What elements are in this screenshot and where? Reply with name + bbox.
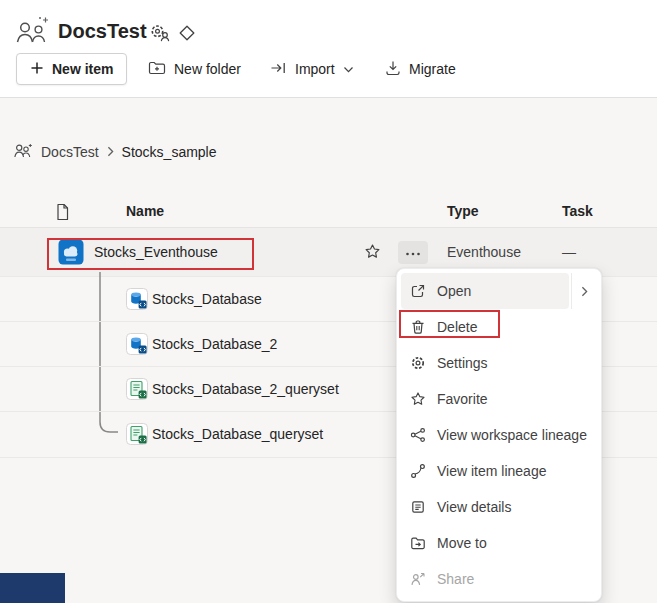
- move-to-folder-icon: [409, 534, 427, 552]
- submenu-chevron-button[interactable]: [571, 273, 597, 309]
- details-icon: [409, 498, 427, 516]
- item-type-column-icon: [55, 203, 70, 225]
- menu-item-move-to[interactable]: Move to: [401, 525, 597, 561]
- menu-item-label: View item lineage: [437, 463, 546, 479]
- trash-icon: [409, 318, 427, 336]
- favorite-star-button[interactable]: [364, 243, 381, 263]
- trial-diamond-icon[interactable]: [178, 24, 196, 46]
- column-header-task[interactable]: Task: [562, 203, 593, 219]
- eventhouse-icon: [58, 239, 84, 269]
- menu-item-delete[interactable]: Delete: [401, 309, 597, 345]
- bottom-left-partial-element: [0, 573, 65, 603]
- menu-item-label: Favorite: [437, 391, 488, 407]
- menu-item-settings[interactable]: Settings: [401, 345, 597, 381]
- menu-item-label: View workspace lineage: [437, 427, 587, 443]
- chevron-down-icon: [343, 61, 354, 77]
- menu-item-favorite[interactable]: Favorite: [401, 381, 597, 417]
- open-icon: [409, 282, 427, 300]
- breadcrumb: DocsTest Stocks_sample: [14, 141, 217, 163]
- star-icon: [409, 390, 427, 408]
- plus-icon: [30, 61, 44, 78]
- workspace-lineage-icon: [409, 426, 427, 444]
- breadcrumb-item-stocks-sample[interactable]: Stocks_sample: [122, 144, 217, 160]
- table-header: Name Type Task: [0, 196, 657, 228]
- context-menu: Open Delete Settings Favorite: [396, 268, 602, 602]
- item-name-link[interactable]: Stocks_Eventhouse: [94, 228, 218, 277]
- workspace-title: DocsTest: [58, 20, 147, 43]
- import-icon: [270, 60, 287, 79]
- chevron-right-icon: [106, 144, 115, 160]
- workspace-page: DocsTest New item New folder Import: [0, 0, 657, 603]
- gear-icon: [409, 354, 427, 372]
- new-folder-button[interactable]: New folder: [148, 53, 241, 85]
- share-icon: [409, 570, 427, 588]
- folder-add-icon: [148, 60, 166, 79]
- import-label: Import: [295, 61, 335, 77]
- new-item-label: New item: [52, 61, 113, 77]
- column-header-name[interactable]: Name: [126, 203, 164, 219]
- item-name-link[interactable]: Stocks_Database: [152, 277, 262, 322]
- item-name-link[interactable]: Stocks_Database_2_queryset: [152, 367, 339, 412]
- ellipsis-icon: [405, 245, 421, 260]
- new-folder-label: New folder: [174, 61, 241, 77]
- workspace-settings-icon[interactable]: [149, 23, 170, 46]
- menu-item-view-item-lineage[interactable]: View item lineage: [401, 453, 597, 489]
- breadcrumb-workspace-icon: [14, 143, 34, 161]
- kql-database-icon: [126, 333, 148, 359]
- menu-item-label: Open: [437, 283, 471, 299]
- migrate-label: Migrate: [409, 61, 456, 77]
- migrate-button[interactable]: Migrate: [385, 53, 456, 85]
- menu-item-label: Settings: [437, 355, 488, 371]
- column-header-type[interactable]: Type: [447, 203, 479, 219]
- more-options-button[interactable]: [398, 241, 428, 264]
- item-name-link[interactable]: Stocks_Database_2: [152, 322, 277, 367]
- kql-database-icon: [126, 288, 148, 314]
- migrate-icon: [385, 60, 401, 79]
- item-name-link[interactable]: Stocks_Database_queryset: [152, 412, 323, 457]
- menu-item-label: View details: [437, 499, 511, 515]
- menu-item-label: Share: [437, 571, 474, 587]
- kql-queryset-icon: [126, 378, 148, 404]
- kql-queryset-icon: [126, 423, 148, 449]
- menu-item-view-details[interactable]: View details: [401, 489, 597, 525]
- menu-item-share: Share: [401, 561, 597, 597]
- menu-item-open[interactable]: Open: [401, 273, 597, 309]
- new-item-button[interactable]: New item: [16, 53, 127, 85]
- breadcrumb-item-docstest[interactable]: DocsTest: [41, 144, 99, 160]
- item-lineage-icon: [409, 462, 427, 480]
- menu-item-view-workspace-lineage[interactable]: View workspace lineage: [401, 417, 597, 453]
- menu-item-label: Move to: [437, 535, 487, 551]
- workspace-logo-icon: [13, 15, 53, 49]
- menu-item-label: Delete: [437, 319, 477, 335]
- menu-item-open-main[interactable]: Open: [401, 273, 569, 309]
- import-button[interactable]: Import: [270, 53, 354, 85]
